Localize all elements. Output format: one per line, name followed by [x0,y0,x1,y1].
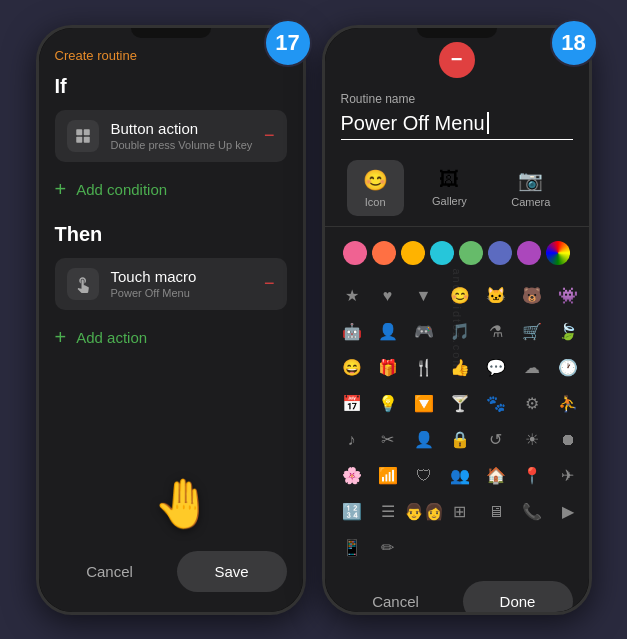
grid-icon-home[interactable]: 🏠 [481,461,511,491]
grid-icon-phone[interactable]: 📞 [517,497,547,527]
add-action-btn[interactable]: + Add action [55,318,287,357]
phone1: Create routine If Button action Double p… [36,25,306,615]
touch-macro-text: Touch macro Power Off Menu [111,268,197,299]
color-purple[interactable] [517,241,541,265]
touch-macro-sub: Power Off Menu [111,287,197,299]
grid-icon-robot[interactable]: 🤖 [337,317,367,347]
grid-icon-cal[interactable]: 📅 [337,389,367,419]
touch-macro-item[interactable]: Touch macro Power Off Menu − [55,258,287,310]
grid-icon-martini[interactable]: 🍸 [445,389,475,419]
grid-icon-pin[interactable]: 📍 [517,461,547,491]
grid-icon-emoji2[interactable]: 😄 [337,353,367,383]
create-routine-title: Create routine [55,48,287,63]
grid-icon-bear[interactable]: 🐻 [517,281,547,311]
grid-icon-flower[interactable]: 🌸 [337,461,367,491]
grid-icon-heart[interactable]: ♥ [373,281,403,311]
add-condition-btn[interactable]: + Add condition [55,170,287,209]
grid-icon-cart[interactable]: 🛒 [517,317,547,347]
grid-icon-thumb[interactable]: 👍 [445,353,475,383]
grid-icon-sun[interactable]: ☀ [517,425,547,455]
grid-icon-bulb[interactable]: 💡 [373,389,403,419]
grid-icon-fork[interactable]: 🍴 [409,353,439,383]
color-indigo[interactable] [488,241,512,265]
color-picker-row [325,233,589,273]
add-action-label: Add action [76,329,147,346]
grid-icon-edit[interactable]: ✏ [373,533,403,563]
badge-17: 17 [264,19,312,67]
color-pink[interactable] [343,241,367,265]
icon-option-camera[interactable]: 📷 Camera [495,160,566,216]
grid-icon-music2[interactable]: 🎵 [445,317,475,347]
icon-option1-label: Icon [365,196,386,208]
grid-icon-tablet[interactable]: 📱 [337,533,367,563]
grid-icon-wifi[interactable]: 📶 [373,461,403,491]
icon-option-icon[interactable]: 😊 Icon [347,160,404,216]
grid-icon-menu[interactable]: ☰ [373,497,403,527]
grid-icon-chat[interactable]: 💬 [481,353,511,383]
grid-icon-num[interactable]: 🔢 [337,497,367,527]
grid-icon-game[interactable]: 🎮 [409,317,439,347]
add-condition-plus-icon: + [55,178,67,201]
grid-icon-face[interactable]: 😊 [445,281,475,311]
routine-name-input[interactable]: Power Off Menu [341,112,573,140]
grid-icon-people[interactable]: 👥 [445,461,475,491]
then-section: Then Touch macro Power Off Menu [55,223,287,357]
touch-macro-title: Touch macro [111,268,197,285]
grid-icon-lock[interactable]: 🔒 [445,425,475,455]
phone2-bottom-buttons: Cancel Done [325,571,589,612]
grid-icon-person[interactable]: 👤 [373,317,403,347]
color-yellow[interactable] [401,241,425,265]
icons-grid: ★ ♥ ▼ 😊 🐱 🐻 👾 🤖 👤 🎮 🎵 ⚗ 🛒 [325,273,589,571]
grid-icon-music[interactable]: ♪ [337,425,367,455]
color-green[interactable] [459,241,483,265]
button-action-item[interactable]: Button action Double press Volume Up key… [55,110,287,162]
grid-icon-bluetooth[interactable]: ⛹ [553,389,583,419]
grid-icon-flask[interactable]: ⚗ [481,317,511,347]
phone2-wrapper: − Routine name Power Off Menu 😊 Ic [322,25,592,615]
screen1-content: Create routine If Button action Double p… [39,28,303,381]
grid-icon-gift[interactable]: 🎁 [373,353,403,383]
grid-icon-star[interactable]: ★ [337,281,367,311]
button-action-text: Button action Double press Volume Up key [111,120,253,151]
remove-touch-macro[interactable]: − [264,273,275,294]
grid-icon-leaf[interactable]: 🍃 [553,317,583,347]
grid-icon-triangle[interactable]: ▼ [409,281,439,311]
grid-icon-person2[interactable]: 👤 [409,425,439,455]
grid-icon-alien[interactable]: 👾 [553,281,583,311]
grid-icon-paw[interactable]: 🐾 [481,389,511,419]
cancel-button[interactable]: Cancel [55,551,165,592]
icon-option-gallery[interactable]: 🖼 Gallery [416,160,483,216]
color-orange[interactable] [372,241,396,265]
grid-icon-grid[interactable]: ⊞ [445,497,475,527]
grid-icon-cloud[interactable]: ☁ [517,353,547,383]
grid-icon-cat[interactable]: 🐱 [481,281,511,311]
color-teal[interactable] [430,241,454,265]
phone1-screen: Create routine If Button action Double p… [39,28,303,612]
grid-icon-dot[interactable]: ⏺ [553,425,583,455]
grid-icon-group[interactable]: 👨‍👩 [409,497,439,527]
phone2-screen: − Routine name Power Off Menu 😊 Ic [325,28,589,612]
badge-18: 18 [550,19,598,67]
save-button[interactable]: Save [177,551,287,592]
button-action-icon [67,120,99,152]
done-button[interactable]: Done [463,581,573,612]
phone1-bottom-buttons: Cancel Save [39,539,303,612]
grid-icon-scissors[interactable]: ✂ [373,425,403,455]
grid-icon-refresh[interactable]: ↺ [481,425,511,455]
grid-icon-display[interactable]: 🖥 [481,497,511,527]
grid-icon-plane[interactable]: ✈ [553,461,583,491]
icon-option2-label: Gallery [432,195,467,207]
remove-button-action[interactable]: − [264,125,275,146]
routine-name-label: Routine name [341,92,573,106]
icon-emoji: 😊 [363,168,388,192]
grid-icon-filter[interactable]: 🔽 [409,389,439,419]
grid-icon-settings[interactable]: ⚙ [517,389,547,419]
icon-selector: 😊 Icon 🖼 Gallery 📷 Camera [325,150,589,227]
color-gradient[interactable] [546,241,570,265]
grid-icon-shield[interactable]: 🛡 [409,461,439,491]
grid-icon-play[interactable]: ▶ [553,497,583,527]
svg-rect-2 [76,136,82,142]
phone2-cancel-button[interactable]: Cancel [341,581,451,612]
grid-icon-clock[interactable]: 🕐 [553,353,583,383]
remove-routine-btn[interactable]: − [439,42,475,78]
